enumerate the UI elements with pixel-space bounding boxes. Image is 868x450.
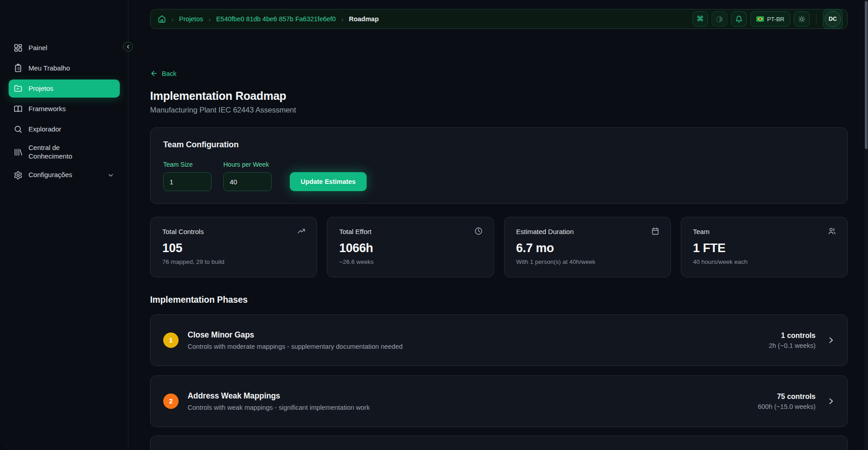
stat-card-total-effort: Total Effort 1066h ~26.6 weeks (327, 217, 494, 277)
theme-toggle-button[interactable] (794, 11, 810, 27)
breadcrumb: › Projetos › E540fbe0 81db 4be6 857b Fa6… (158, 15, 379, 23)
team-configuration-form: Team Size Hours per Week Update Estimate… (163, 161, 835, 191)
clipboard-icon (14, 64, 23, 73)
phase-description: Controls with moderate mappings - supple… (188, 343, 403, 350)
users-icon (828, 227, 836, 235)
trending-up-icon (297, 227, 306, 235)
folder-icon (14, 84, 23, 93)
sidebar-item-label: Painel (28, 44, 47, 52)
phase-controls-count: 1 controls (769, 332, 816, 340)
phase-number-badge: 2 (163, 394, 179, 409)
team-configuration-card: Team Configuration Team Size Hours per W… (150, 127, 848, 204)
phase-description: Controls with weak mappings - significan… (188, 404, 370, 411)
search-icon (14, 125, 23, 134)
avatar: DC (825, 11, 841, 27)
language-label: PT-BR (767, 16, 784, 23)
topbar: › Projetos › E540fbe0 81db 4be6 857b Fa6… (150, 9, 848, 29)
phase-metrics: 1 controls 2h (~0.1 weeks) (769, 332, 816, 349)
sidebar-item-label: Explorador (28, 125, 61, 134)
app-window: Painel Meu Trabalho Projetos Frameworks (0, 0, 868, 450)
hours-per-week-input[interactable] (223, 172, 272, 191)
hours-per-week-label: Hours per Week (223, 161, 272, 168)
stat-subtext: With 1 person(s) at 40h/week (516, 258, 659, 265)
grid-icon (14, 43, 23, 52)
brazil-flag-icon (756, 16, 764, 22)
team-size-input[interactable] (163, 172, 212, 191)
sidebar-item-projetos[interactable]: Projetos (9, 80, 120, 98)
page-content: Back Implementation Roadmap Manufacturin… (128, 29, 868, 450)
breadcrumb-project-id[interactable]: E540fbe0 81db 4be6 857b Fa6321fe6ef0 (216, 15, 335, 23)
team-configuration-title: Team Configuration (163, 140, 835, 150)
page-title: Implementation Roadmap (150, 89, 848, 103)
phase-effort: 2h (~0.1 weeks) (769, 342, 816, 349)
phase-controls-count: 75 controls (758, 393, 816, 401)
stat-value: 1066h (339, 241, 481, 255)
chevron-left-icon (126, 44, 131, 49)
stat-subtext: 40 hours/week each (693, 258, 835, 265)
home-icon[interactable] (158, 15, 166, 23)
phase-title: Close Minor Gaps (188, 330, 403, 340)
sidebar-item-label: Central de Conhecimento (28, 144, 87, 161)
breadcrumb-separator: › (208, 15, 211, 23)
gear-icon (14, 171, 23, 180)
phases-section-title: Implementation Phases (150, 295, 848, 305)
sidebar-item-explorador[interactable]: Explorador (9, 120, 120, 138)
stat-card-estimated-duration: Estimated Duration 6.7 mo With 1 person(… (504, 217, 671, 277)
sidebar-collapse-button[interactable] (123, 42, 133, 52)
stat-label: Total Effort (339, 228, 481, 235)
phase-row-2[interactable]: 2 Address Weak Mappings Controls with we… (150, 375, 848, 427)
sidebar: Painel Meu Trabalho Projetos Frameworks (0, 0, 128, 450)
sidebar-item-meu-trabalho[interactable]: Meu Trabalho (9, 59, 120, 77)
contrast-icon (716, 15, 723, 23)
stat-value: 105 (162, 241, 305, 255)
phase-row-3-partial[interactable] (150, 436, 848, 450)
scrollbar-thumb[interactable] (865, 1, 868, 149)
page-scrollbar (864, 0, 868, 450)
team-size-label: Team Size (163, 161, 212, 168)
library-icon (14, 148, 23, 157)
phase-text: Address Weak Mappings Controls with weak… (188, 391, 370, 411)
language-selector[interactable]: PT-BR (750, 11, 790, 27)
phase-title: Address Weak Mappings (188, 391, 370, 401)
sidebar-item-painel[interactable]: Painel (9, 39, 120, 57)
stat-card-team: Team 1 FTE 40 hours/week each (681, 217, 848, 277)
breadcrumb-projetos[interactable]: Projetos (179, 15, 203, 23)
chevron-right-icon (826, 336, 835, 345)
calendar-icon (651, 227, 660, 235)
bell-icon (735, 15, 743, 23)
topbar-actions: ⌘ PT-BR (693, 9, 843, 29)
stat-subtext: ~26.6 weeks (339, 258, 481, 265)
sidebar-item-frameworks[interactable]: Frameworks (9, 100, 120, 118)
command-icon: ⌘ (697, 15, 704, 23)
sidebar-item-label: Meu Trabalho (28, 64, 70, 73)
topbar-divider (816, 14, 816, 24)
stat-label: Total Controls (162, 228, 305, 235)
arrow-left-icon (150, 70, 158, 77)
phase-row-1[interactable]: 1 Close Minor Gaps Controls with moderat… (150, 314, 848, 366)
clock-icon (474, 227, 483, 235)
back-label: Back (162, 70, 176, 77)
contrast-button[interactable] (712, 11, 727, 27)
stat-card-total-controls: Total Controls 105 76 mapped, 29 to buil… (150, 217, 317, 277)
phase-number-badge: 1 (163, 333, 179, 348)
command-palette-button[interactable]: ⌘ (693, 11, 708, 27)
stat-value: 6.7 mo (516, 241, 659, 255)
sidebar-item-label: Frameworks (28, 105, 66, 113)
stat-label: Estimated Duration (516, 228, 659, 235)
user-menu-button[interactable]: DC (823, 9, 843, 29)
sidebar-item-central-de-conhecimento[interactable]: Central de Conhecimento (9, 141, 120, 164)
stat-value: 1 FTE (693, 241, 835, 255)
sidebar-item-configuracoes[interactable]: Configurações (9, 166, 120, 184)
breadcrumb-current: Roadmap (349, 15, 379, 23)
update-estimates-button[interactable]: Update Estimates (290, 172, 367, 191)
sidebar-item-label: Configurações (28, 171, 72, 179)
back-button[interactable]: Back (150, 70, 176, 77)
stat-label: Team (693, 228, 835, 235)
chevron-right-icon (826, 397, 835, 406)
notifications-button[interactable] (731, 11, 747, 27)
stat-subtext: 76 mapped, 29 to build (162, 258, 305, 265)
phase-metrics: 75 controls 600h (~15.0 weeks) (758, 393, 816, 410)
breadcrumb-separator: › (341, 15, 344, 23)
sidebar-item-label: Projetos (28, 84, 53, 93)
hours-per-week-field: Hours per Week (223, 161, 272, 191)
